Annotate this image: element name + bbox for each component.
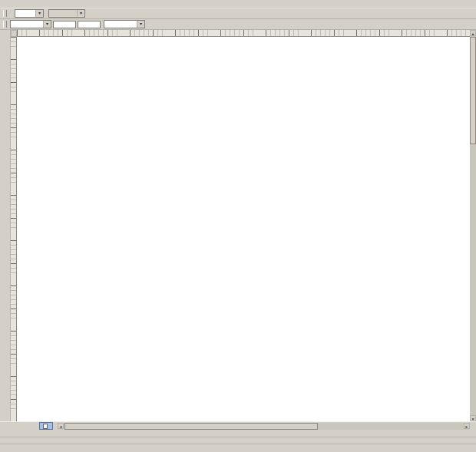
vertical-scrollbar[interactable]: ▲ ▼ <box>470 30 476 421</box>
scroll-left-icon[interactable]: ◄ <box>58 423 64 429</box>
standard-toolbar: ▾ ▾ <box>0 8 476 19</box>
scroll-right-icon[interactable]: ► <box>464 423 470 429</box>
canvas-area[interactable] <box>17 37 470 421</box>
app-window: ▾ ▾ ▾ ▾ ▲ ▼ <box>0 0 476 452</box>
paper-type-combo[interactable]: ▾ <box>10 20 51 28</box>
status-coordinates-row <box>0 437 476 444</box>
vertical-scroll-thumb[interactable] <box>470 37 476 144</box>
scroll-down-icon[interactable]: ▼ <box>470 415 476 421</box>
status-profile-row <box>0 444 476 452</box>
scroll-up-icon[interactable]: ▲ <box>470 30 476 36</box>
page-navigator: ◄ ► <box>0 421 476 430</box>
chevron-down-icon[interactable]: ▾ <box>137 21 144 28</box>
property-bar: ▾ ▾ <box>0 19 476 30</box>
chevron-down-icon[interactable]: ▾ <box>35 10 43 17</box>
horizontal-scrollbar[interactable]: ◄ ► <box>58 423 470 430</box>
page-width-field[interactable] <box>53 21 76 28</box>
vertical-ruler[interactable] <box>11 37 17 421</box>
page-height-field[interactable] <box>78 21 101 28</box>
page-tab[interactable] <box>39 422 53 430</box>
snap-to-combo[interactable]: ▾ <box>48 9 85 18</box>
zoom-level-combo[interactable]: ▾ <box>15 9 44 18</box>
ruler-corner[interactable] <box>11 30 17 37</box>
menu-bar <box>0 0 476 8</box>
drawing-canvas[interactable] <box>17 37 470 421</box>
horizontal-scroll-thumb[interactable] <box>64 423 318 430</box>
chevron-down-icon[interactable]: ▾ <box>43 21 51 28</box>
horizontal-ruler[interactable] <box>17 30 470 37</box>
toolbox <box>0 30 11 421</box>
page-icon <box>43 424 48 429</box>
chevron-down-icon[interactable]: ▾ <box>77 10 84 17</box>
document-palette <box>0 430 476 437</box>
toolbar-grip[interactable] <box>3 21 7 28</box>
drawing-units-combo[interactable]: ▾ <box>104 20 145 28</box>
toolbar-grip[interactable] <box>3 10 7 17</box>
